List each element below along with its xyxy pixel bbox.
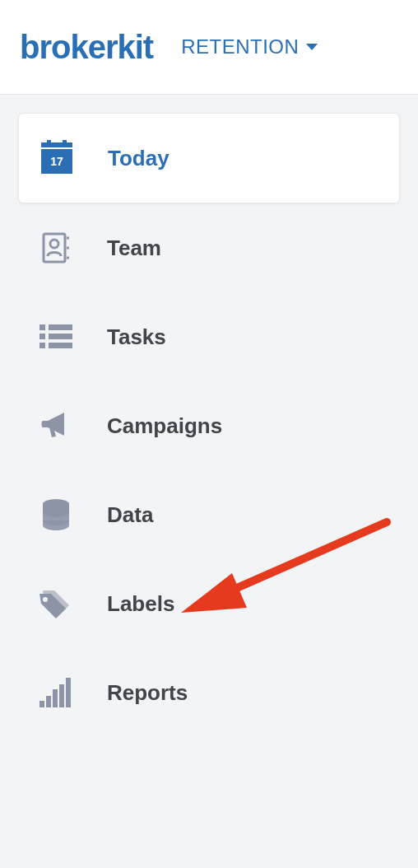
section-label: RETENTION [181, 35, 299, 58]
bar-chart-icon [38, 674, 74, 711]
nav-item-campaigns[interactable]: Campaigns [18, 381, 400, 470]
svg-rect-10 [49, 343, 72, 348]
svg-rect-9 [39, 343, 45, 348]
nav-label: Reports [107, 682, 188, 703]
nav-item-team[interactable]: Team [18, 203, 400, 292]
nav-label: Labels [107, 593, 174, 614]
nav-item-reports[interactable]: Reports [18, 648, 400, 737]
nav-list: 17 Today Team [18, 113, 400, 737]
svg-rect-5 [39, 324, 45, 330]
nav-label: Data [107, 504, 153, 525]
svg-rect-13 [39, 701, 44, 707]
nav-label: Today [108, 147, 170, 169]
section-dropdown[interactable]: RETENTION [181, 35, 318, 58]
svg-rect-17 [66, 678, 71, 707]
caret-down-icon [305, 42, 318, 52]
nav-item-tasks[interactable]: Tasks [18, 292, 400, 381]
topbar: brokerkit RETENTION [0, 0, 418, 95]
nav-label: Campaigns [107, 415, 222, 436]
calendar-icon: 17 [39, 140, 75, 176]
megaphone-icon [38, 408, 74, 444]
list-icon [38, 319, 74, 355]
sidebar: 17 Today Team [0, 95, 418, 737]
nav-item-today[interactable]: 17 Today [18, 113, 400, 203]
svg-rect-14 [46, 696, 51, 707]
svg-rect-16 [59, 684, 64, 707]
nav-label: Tasks [107, 326, 166, 348]
nav-item-labels[interactable]: Labels [18, 559, 400, 648]
svg-rect-6 [49, 324, 72, 330]
database-icon [38, 497, 74, 533]
logo: brokerkit [20, 29, 153, 66]
svg-rect-8 [49, 334, 72, 339]
svg-rect-7 [39, 334, 45, 339]
address-book-icon [38, 230, 74, 266]
svg-point-1 [50, 240, 58, 248]
tags-icon [38, 586, 74, 622]
svg-rect-15 [53, 689, 58, 707]
nav-item-data[interactable]: Data [18, 470, 400, 559]
calendar-day: 17 [50, 155, 63, 168]
nav-label: Team [107, 237, 161, 259]
svg-point-12 [43, 597, 48, 602]
